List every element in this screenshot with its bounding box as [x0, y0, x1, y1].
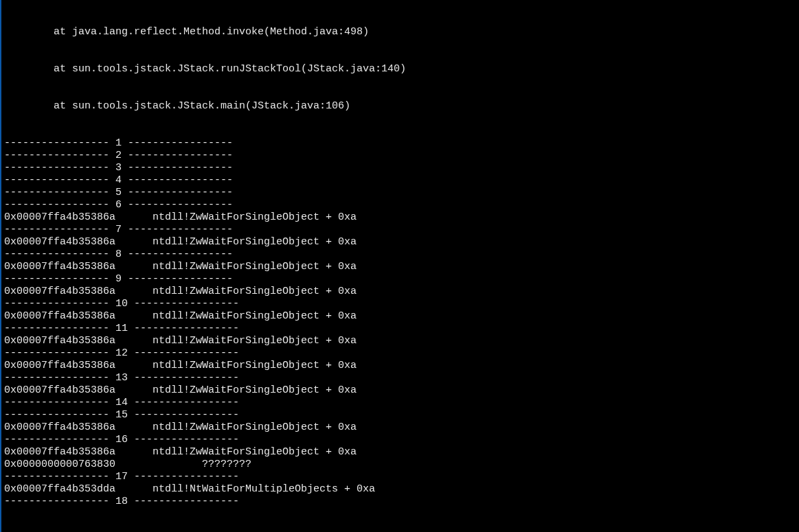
thread-separator: ----------------- 16 -----------------: [4, 434, 799, 446]
stack-trace-line: at sun.tools.jstack.JStack.runJStackTool…: [4, 63, 799, 76]
native-frame-line: 0x00007ffa4b35386a ntdll!ZwWaitForSingle…: [4, 236, 799, 248]
native-frame-line: 0x00007ffa4b35386a ntdll!ZwWaitForSingle…: [4, 421, 799, 434]
thread-separator: ----------------- 8 -----------------: [4, 248, 799, 261]
stack-trace-line: at sun.tools.jstack.JStack.main(JStack.j…: [4, 100, 799, 113]
thread-separator: ----------------- 17 -----------------: [4, 471, 799, 483]
thread-separator: ----------------- 5 -----------------: [4, 187, 799, 199]
thread-separator: ----------------- 7 -----------------: [4, 224, 799, 236]
native-frame-line: 0x00007ffa4b35386a ntdll!ZwWaitForSingle…: [4, 310, 799, 323]
thread-separator: ----------------- 18 -----------------: [4, 496, 799, 508]
thread-separator: ----------------- 11 -----------------: [4, 323, 799, 335]
thread-separator: ----------------- 15 -----------------: [4, 409, 799, 421]
thread-dump-entries: ----------------- 1 --------------------…: [4, 137, 799, 508]
thread-separator: ----------------- 10 -----------------: [4, 298, 799, 310]
stack-trace-line: at java.lang.reflect.Method.invoke(Metho…: [4, 26, 799, 38]
native-frame-line: 0x00007ffa4b35386a ntdll!ZwWaitForSingle…: [4, 360, 799, 372]
thread-separator: ----------------- 4 -----------------: [4, 174, 799, 187]
thread-separator: ----------------- 6 -----------------: [4, 199, 799, 211]
native-frame-line: 0x00007ffa4b35386a ntdll!ZwWaitForSingle…: [4, 384, 799, 397]
native-frame-line: 0x0000000000763830 ????????: [4, 459, 799, 471]
native-frame-line: 0x00007ffa4b35386a ntdll!ZwWaitForSingle…: [4, 286, 799, 298]
thread-separator: ----------------- 12 -----------------: [4, 347, 799, 360]
thread-separator: ----------------- 3 -----------------: [4, 162, 799, 174]
thread-separator: ----------------- 13 -----------------: [4, 372, 799, 384]
thread-separator: ----------------- 2 -----------------: [4, 150, 799, 162]
native-frame-line: 0x00007ffa4b353dda ntdll!NtWaitForMultip…: [4, 483, 799, 496]
native-frame-line: 0x00007ffa4b35386a ntdll!ZwWaitForSingle…: [4, 335, 799, 347]
native-frame-line: 0x00007ffa4b35386a ntdll!ZwWaitForSingle…: [4, 446, 799, 459]
thread-separator: ----------------- 1 -----------------: [4, 137, 799, 150]
terminal-output: at java.lang.reflect.Method.invoke(Metho…: [0, 0, 799, 532]
native-frame-line: 0x00007ffa4b35386a ntdll!ZwWaitForSingle…: [4, 211, 799, 224]
native-frame-line: 0x00007ffa4b35386a ntdll!ZwWaitForSingle…: [4, 261, 799, 273]
thread-separator: ----------------- 9 -----------------: [4, 273, 799, 286]
thread-separator: ----------------- 14 -----------------: [4, 397, 799, 409]
